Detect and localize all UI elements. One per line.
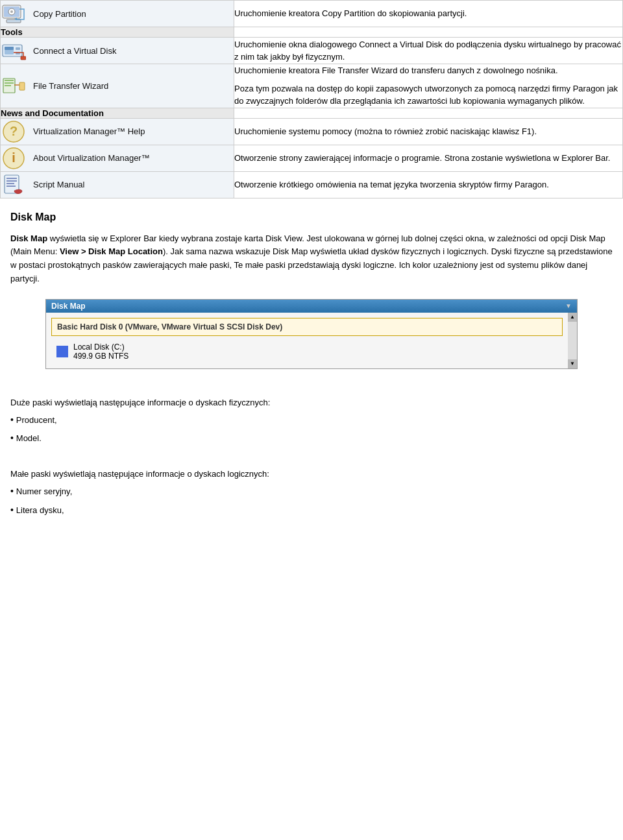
help-icon: ? (1, 119, 27, 145)
small-bars-title: Małe paski wyświetlają następujące infor… (10, 469, 602, 479)
script-manual-desc: Otworzenie krótkiego omówienia na temat … (234, 171, 623, 198)
svg-rect-17 (19, 82, 25, 90)
svg-point-3 (10, 10, 13, 13)
svg-rect-9 (16, 47, 20, 50)
connect-virtual-disk-label: Connect a Virtual Disk (33, 46, 116, 56)
about-icon: i (1, 145, 27, 171)
partition-size: 499.9 GB NTFS (73, 352, 128, 361)
vm-help-row: ? Virtualization Manager™ Help (1, 119, 234, 145)
disk-map-title: Disk Map (10, 211, 613, 223)
svg-rect-8 (5, 47, 14, 50)
file-transfer-desc: Uruchomienie kreatora File Transfer Wiza… (234, 64, 623, 108)
svg-rect-14 (5, 82, 14, 84)
script-icon (1, 172, 27, 198)
svg-rect-15 (5, 85, 11, 86)
disk-map-body: Disk Map wyświetla się w Explorer Bar ki… (10, 232, 613, 286)
large-bars-item-1: Model. (10, 431, 613, 446)
vm-help-desc: Uruchomienie systemu pomocy (można to ró… (234, 118, 623, 145)
file-transfer-wizard-row: File Transfer Wizard (1, 73, 234, 99)
small-bars-item-0: Numer seryjny, (10, 484, 613, 499)
copy-partition-label: Copy Partition (33, 9, 86, 19)
disk-map-content: Basic Hard Disk 0 (VMware, VMware Virtua… (46, 313, 568, 368)
main-container: Copy Partition Uruchomienie kreatora Cop… (0, 0, 623, 534)
large-bars-title: Duże paski wyświetlają następujące infor… (10, 398, 602, 407)
disk-map-window-title: Disk Map (51, 302, 86, 311)
svg-rect-25 (6, 183, 14, 184)
partition-info: Local Disk (C:) 499.9 GB NTFS (73, 342, 128, 361)
disk-map-main: Basic Hard Disk 0 (VMware, VMware Virtua… (46, 313, 568, 368)
about-vm-row: i About Virtualization Manager™ (1, 145, 234, 171)
disk-map-bold1: Disk Map (10, 234, 47, 243)
connect-virtual-disk-desc: Uruchomienie okna dialogowego Connect a … (234, 38, 623, 64)
disk-map-screenshot: Disk Map ▼ Basic Hard Disk 0 (VMware, VM… (45, 299, 578, 369)
svg-rect-26 (6, 186, 16, 187)
about-vm-desc: Otworzenie strony zawierającej informacj… (234, 145, 623, 171)
scroll-down-btn[interactable]: ▼ (568, 359, 577, 368)
connect-virtual-disk-row: Connect a Virtual Disk (1, 38, 234, 64)
svg-rect-23 (6, 178, 17, 179)
news-doc-header: News and Documentation (1, 108, 234, 118)
tools-header: Tools (1, 27, 234, 38)
script-manual-row: Script Manual (1, 172, 234, 198)
feature-table: Copy Partition Uruchomienie kreatora Cop… (0, 0, 623, 198)
connect-disk-icon (1, 38, 27, 64)
disk-map-bold2: View > Disk Map Location (60, 246, 163, 256)
disk-map-disk-header: Basic Hard Disk 0 (VMware, VMware Virtua… (51, 318, 563, 336)
svg-rect-11 (21, 56, 26, 60)
large-bars-list: Producent, Model. (10, 413, 613, 446)
partition-color-block (56, 346, 68, 357)
partition-label: Local Disk (C:) (73, 342, 128, 352)
small-bars-item-1: Litera dysku, (10, 503, 613, 518)
disk-map-scrollbar[interactable]: ▲ ▼ (568, 313, 577, 368)
vm-help-label: Virtualization Manager™ Help (33, 126, 145, 136)
svg-rect-24 (6, 180, 17, 182)
svg-text:i: i (12, 150, 16, 165)
about-vm-label: About Virtualization Manager™ (33, 153, 150, 163)
copy-partition-desc: Uruchomienie kreatora Copy Partition do … (234, 1, 623, 27)
svg-text:?: ? (10, 124, 18, 138)
copy-partition-row: Copy Partition (1, 1, 234, 27)
disk-map-wrapper: Basic Hard Disk 0 (VMware, VMware Virtua… (46, 313, 577, 368)
disk-map-titlebar: Disk Map ▼ (46, 300, 577, 313)
disk-map-section: Disk Map Disk Map wyświetla się w Explor… (0, 198, 623, 534)
script-manual-label: Script Manual (33, 180, 84, 189)
scroll-up-btn[interactable]: ▲ (568, 313, 577, 322)
file-transfer-label: File Transfer Wizard (33, 81, 108, 91)
large-bars-item-0: Producent, (10, 413, 613, 427)
disk-map-partition-row: Local Disk (C:) 499.9 GB NTFS (51, 340, 563, 363)
small-bars-list: Numer seryjny, Litera dysku, (10, 484, 613, 518)
disk-map-collapse-arrow[interactable]: ▼ (565, 302, 572, 309)
svg-rect-13 (5, 80, 14, 81)
copy-partition-icon (1, 1, 27, 27)
file-transfer-icon (1, 73, 27, 99)
